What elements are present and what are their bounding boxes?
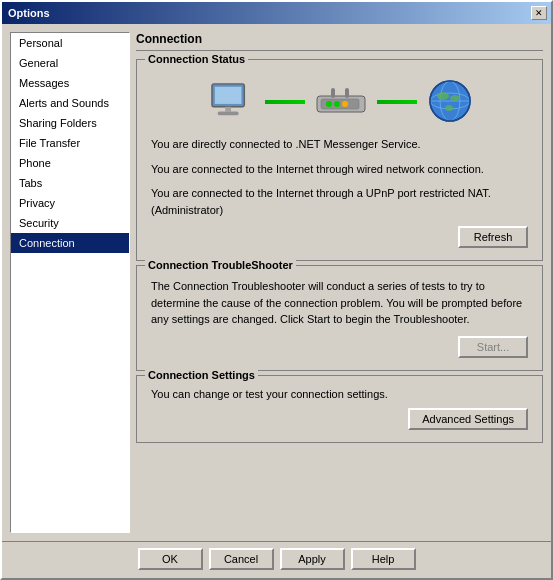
close-button[interactable]: ✕ bbox=[531, 6, 547, 20]
connection-settings-group: Connection Settings You can change or te… bbox=[136, 375, 543, 443]
connection-line-right bbox=[377, 100, 417, 104]
sidebar-item-privacy[interactable]: Privacy bbox=[11, 193, 129, 213]
connection-settings-description: You can change or test your connection s… bbox=[145, 384, 534, 404]
sidebar-item-alerts-and-sounds[interactable]: Alerts and Sounds bbox=[11, 93, 129, 113]
svg-rect-10 bbox=[345, 88, 349, 98]
status-line-2: You are connected to the Internet throug… bbox=[145, 157, 534, 182]
connection-line-left bbox=[265, 100, 305, 104]
start-button[interactable]: Start... bbox=[458, 336, 528, 358]
advanced-settings-button[interactable]: Advanced Settings bbox=[408, 408, 528, 430]
router-icon bbox=[315, 86, 367, 118]
refresh-row: Refresh bbox=[145, 222, 534, 252]
advanced-settings-row: Advanced Settings bbox=[145, 404, 534, 434]
sidebar-item-connection[interactable]: Connection bbox=[11, 233, 129, 253]
sidebar-item-sharing-folders[interactable]: Sharing Folders bbox=[11, 113, 129, 133]
troubleshooter-group: Connection TroubleShooter The Connection… bbox=[136, 265, 543, 371]
svg-point-8 bbox=[342, 101, 348, 107]
apply-button[interactable]: Apply bbox=[280, 548, 345, 570]
refresh-button[interactable]: Refresh bbox=[458, 226, 528, 248]
footer: OK Cancel Apply Help bbox=[2, 541, 551, 578]
title-bar: Options ✕ bbox=[2, 2, 551, 24]
svg-point-18 bbox=[445, 105, 453, 111]
sidebar-item-personal[interactable]: Personal bbox=[11, 33, 129, 53]
svg-point-7 bbox=[334, 101, 340, 107]
section-title: Connection bbox=[136, 32, 543, 51]
svg-rect-9 bbox=[331, 88, 335, 98]
sidebar-item-messages[interactable]: Messages bbox=[11, 73, 129, 93]
content-area: Connection Connection Status bbox=[136, 32, 543, 533]
svg-point-16 bbox=[437, 92, 449, 100]
ok-button[interactable]: OK bbox=[138, 548, 203, 570]
sidebar-item-general[interactable]: General bbox=[11, 53, 129, 73]
sidebar: Personal General Messages Alerts and Sou… bbox=[10, 32, 130, 533]
sidebar-item-file-transfer[interactable]: File Transfer bbox=[11, 133, 129, 153]
svg-rect-3 bbox=[217, 112, 238, 116]
connection-diagram bbox=[145, 68, 534, 132]
connection-settings-label: Connection Settings bbox=[145, 369, 258, 381]
start-row: Start... bbox=[145, 332, 534, 362]
svg-point-6 bbox=[326, 101, 332, 107]
sidebar-item-security[interactable]: Security bbox=[11, 213, 129, 233]
status-line-1: You are directly connected to .NET Messe… bbox=[145, 132, 534, 157]
svg-point-17 bbox=[450, 95, 460, 101]
window-body: Personal General Messages Alerts and Sou… bbox=[2, 24, 551, 541]
options-window: Options ✕ Personal General Messages Aler… bbox=[0, 0, 553, 580]
sidebar-item-tabs[interactable]: Tabs bbox=[11, 173, 129, 193]
svg-rect-2 bbox=[225, 107, 231, 112]
help-button[interactable]: Help bbox=[351, 548, 416, 570]
computer-icon bbox=[207, 82, 255, 122]
window-title: Options bbox=[6, 7, 50, 19]
troubleshooter-label: Connection TroubleShooter bbox=[145, 259, 296, 271]
computer-svg bbox=[207, 82, 255, 122]
cancel-button[interactable]: Cancel bbox=[209, 548, 274, 570]
svg-rect-1 bbox=[214, 87, 241, 104]
globe-icon bbox=[427, 78, 473, 126]
sidebar-item-phone[interactable]: Phone bbox=[11, 153, 129, 173]
troubleshooter-description: The Connection Troubleshooter will condu… bbox=[145, 274, 534, 332]
connection-status-group: Connection Status bbox=[136, 59, 543, 261]
status-line-3: You are connected to the Internet throug… bbox=[145, 181, 534, 222]
connection-status-label: Connection Status bbox=[145, 53, 248, 65]
